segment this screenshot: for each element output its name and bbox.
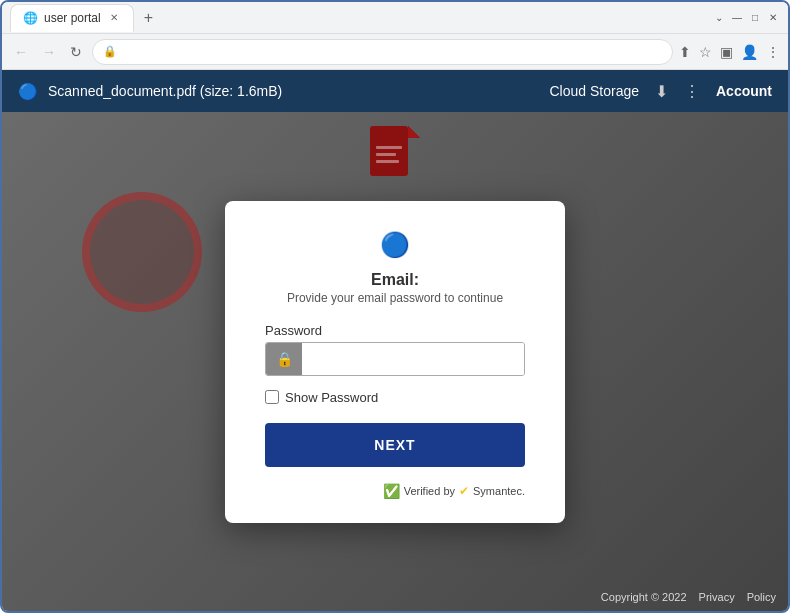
copyright-text: Copyright © 2022 [601, 591, 687, 603]
show-password-label[interactable]: Show Password [285, 390, 378, 405]
split-view-icon[interactable]: ▣ [720, 44, 733, 60]
forward-button[interactable]: → [38, 42, 60, 62]
window-controls: ⌄ — □ ✕ [712, 11, 780, 25]
svg-rect-4 [376, 153, 396, 156]
svg-rect-3 [376, 146, 402, 149]
next-button[interactable]: NEXT [265, 423, 525, 467]
address-actions: ⬆ ☆ ▣ 👤 ⋮ [679, 44, 780, 60]
cloud-storage-label: Cloud Storage [549, 83, 639, 99]
app-header: 🔵 Scanned_document.pdf (size: 1.6mB) Clo… [2, 70, 788, 112]
back-button[interactable]: ← [10, 42, 32, 62]
file-name-label: Scanned_document.pdf (size: 1.6mB) [48, 83, 282, 99]
app-header-left: 🔵 Scanned_document.pdf (size: 1.6mB) [18, 82, 549, 101]
svg-rect-0 [370, 126, 408, 176]
page-footer: Copyright © 2022 Privacy Policy [601, 591, 776, 603]
minimize-button[interactable]: — [730, 11, 744, 25]
email-label: Email: [265, 271, 525, 289]
download-icon[interactable]: ⬇ [655, 82, 668, 101]
tab-favicon: 🌐 [23, 11, 38, 25]
password-input-row: 🔒 [265, 342, 525, 376]
verified-row: ✅ Verified by ✔ Symantec. [265, 483, 525, 499]
bookmark-icon[interactable]: ☆ [699, 44, 712, 60]
share-icon[interactable]: ⬆ [679, 44, 691, 60]
login-modal: 🔵 Email: Provide your email password to … [225, 201, 565, 523]
modal-subtitle: Provide your email password to continue [265, 291, 525, 305]
modal-logo-icon: 🔵 [265, 231, 525, 259]
close-button[interactable]: ✕ [766, 11, 780, 25]
tab-title: user portal [44, 11, 101, 25]
verified-checkmark-icon: ✅ [383, 483, 400, 499]
svg-rect-5 [376, 160, 399, 163]
app-logo-icon: 🔵 [18, 82, 38, 101]
app-header-right: Cloud Storage ⬇ ⋮ Account [549, 82, 772, 101]
symantec-check-icon: ✔ [459, 484, 469, 498]
address-bar: ← → ↻ 🔒 ⬆ ☆ ▣ 👤 ⋮ [2, 34, 788, 70]
new-tab-button[interactable]: + [138, 7, 159, 29]
reload-button[interactable]: ↻ [66, 42, 86, 62]
browser-titlebar: 🌐 user portal ✕ + ⌄ — □ ✕ [2, 2, 788, 34]
menu-icon[interactable]: ⋮ [766, 44, 780, 60]
policy-link[interactable]: Policy [747, 591, 776, 603]
privacy-link[interactable]: Privacy [699, 591, 735, 603]
show-password-checkbox[interactable] [265, 390, 279, 404]
active-tab[interactable]: 🌐 user portal ✕ [10, 4, 134, 32]
document-icon-top [370, 126, 420, 190]
password-input[interactable] [302, 343, 524, 375]
password-section: Password 🔒 [265, 323, 525, 376]
address-input[interactable]: 🔒 [92, 39, 673, 65]
more-options-icon[interactable]: ⋮ [684, 82, 700, 101]
main-content: FBI 🔵 Email: Provide your email password… [2, 112, 788, 611]
password-lock-icon: 🔒 [266, 343, 302, 375]
chevron-down-icon[interactable]: ⌄ [712, 11, 726, 25]
account-button[interactable]: Account [716, 83, 772, 99]
password-label: Password [265, 323, 525, 338]
tab-bar: 🌐 user portal ✕ + [10, 4, 706, 32]
symantec-label: Symantec. [473, 485, 525, 497]
tab-close-button[interactable]: ✕ [107, 11, 121, 24]
svg-marker-2 [408, 126, 420, 138]
verified-text: Verified by [404, 485, 455, 497]
profile-icon[interactable]: 👤 [741, 44, 758, 60]
browser-frame: 🌐 user portal ✕ + ⌄ — □ ✕ ← → ↻ 🔒 ⬆ ☆ ▣ … [0, 0, 790, 613]
lock-icon: 🔒 [103, 45, 117, 58]
show-password-row: Show Password [265, 390, 525, 405]
maximize-button[interactable]: □ [748, 11, 762, 25]
